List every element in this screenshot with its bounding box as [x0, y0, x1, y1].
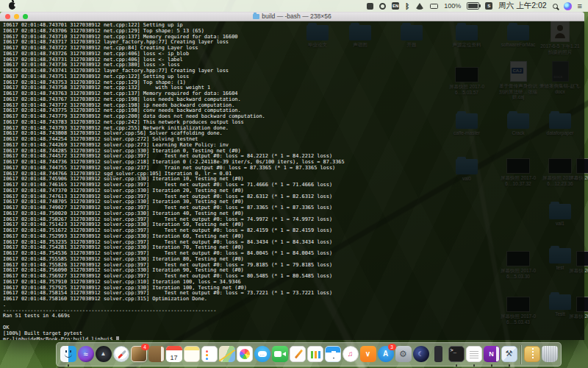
status-icon	[564, 2, 572, 10]
dock-icon-glyph	[148, 346, 165, 362]
status-siri[interactable]	[564, 2, 572, 10]
running-indicator	[456, 364, 458, 367]
dock-icon-contacts[interactable]	[148, 346, 165, 364]
dock-icon-glyph: …	[258, 351, 267, 357]
status-display[interactable]	[430, 4, 438, 9]
dock-icon-eclipse[interactable]: ☾	[412, 346, 430, 364]
window-title: build — -bash — 238×56	[253, 13, 331, 20]
menu-bar-status: EN ᛒ 100% S	[367, 1, 588, 11]
dock-icon-reminders[interactable]	[201, 346, 218, 364]
dock-icon-xcode[interactable]: ⚒	[501, 346, 518, 364]
status-glyph: S	[485, 2, 492, 10]
status-clock[interactable]: 周六 上午2:02	[498, 1, 546, 11]
status-glyph: EN	[392, 2, 399, 10]
status-app-a[interactable]	[367, 3, 373, 10]
dock-icon-unarchiver[interactable]	[523, 346, 541, 364]
dock-icon-glyph: ⚒	[501, 346, 517, 362]
dock-icon-facetime[interactable]	[271, 346, 289, 364]
terminal-output: I0617 02:01:48.743701 3127038912 net.cpp…	[0, 21, 584, 340]
window-title-text: build — -bash — 238×56	[262, 13, 331, 20]
status-bluetooth[interactable]: ᛒ	[405, 2, 409, 10]
dock-icon-trash[interactable]	[541, 346, 559, 364]
dock-icon-itunes[interactable]: ♫	[342, 346, 359, 364]
folder-proxy-icon	[253, 14, 259, 19]
dock-icon-siri[interactable]: ≈	[77, 346, 95, 364]
notification-badge: 3	[388, 344, 396, 350]
dock-icon-glyph: ≈	[78, 346, 94, 362]
dock-icon-glyph	[431, 346, 447, 362]
dock-icon-textedit[interactable]	[465, 346, 483, 364]
dock: ≈ ▲ 4	[56, 342, 562, 367]
dock-icon-glyph	[466, 346, 482, 362]
menu-bar-left	[0, 2, 77, 10]
zoom-button[interactable]	[23, 14, 28, 19]
terminal-log-lines: I0617 02:01:48.743701 3127038912 net.cpp…	[3, 22, 345, 336]
running-indicator	[68, 364, 70, 367]
status-glyph: 100%	[444, 2, 461, 10]
status-input-source[interactable]: EN	[392, 2, 399, 10]
running-indicator	[491, 364, 493, 367]
dock-icon-glyph	[290, 346, 306, 362]
dock-icon-terminal[interactable]: >_	[448, 346, 465, 364]
status-wifi[interactable]	[415, 3, 424, 10]
close-button[interactable]	[5, 14, 10, 19]
dock-icon-glyph: ▲	[96, 346, 112, 362]
notification-badge: 4	[141, 344, 149, 350]
dock-icon-safari[interactable]	[112, 346, 130, 364]
dock-icon-glyph	[524, 346, 540, 362]
window-controls	[5, 14, 28, 19]
dock-icon-glyph	[201, 346, 218, 362]
dock-icon-photos[interactable]	[236, 346, 254, 364]
dock-icon-glyph: ☾	[413, 346, 429, 362]
status-app-b[interactable]	[379, 3, 386, 10]
dock-icon-numbers[interactable]	[306, 346, 324, 364]
dock-icon-notes[interactable]	[183, 346, 201, 364]
terminal-body[interactable]: I0617 02:01:48.743701 3127038912 net.cpp…	[0, 21, 584, 340]
dock-icon-maps[interactable]	[218, 346, 236, 364]
dock-icon-glyph: 17	[166, 346, 182, 366]
dock-icon-glyph	[60, 346, 76, 362]
status-battery[interactable]	[467, 2, 479, 10]
dock-icon-glyph: >_	[448, 346, 465, 362]
shell-prompt: mr-linhuideMacBook-Pro:build linhui$	[3, 336, 116, 340]
dock-icon-keynote[interactable]	[324, 346, 342, 364]
dock-icon-ibooks[interactable]: ∨	[359, 346, 377, 364]
dock-icon-calendar[interactable]: 17	[165, 346, 183, 364]
status-spotlight[interactable]	[553, 4, 558, 9]
menu-bar: EN ᛒ 100% S	[0, 0, 588, 12]
dock-icon-app-store[interactable]: A 3	[377, 346, 395, 364]
status-icon	[367, 3, 373, 10]
terminal-titlebar[interactable]: build — -bash — 238×56	[0, 12, 584, 21]
status-icon	[467, 2, 479, 10]
minimize-button[interactable]	[14, 14, 19, 19]
apple-menu-icon[interactable]	[9, 2, 15, 10]
status-glyph: ᛒ	[405, 2, 409, 10]
dock-icon-pages[interactable]	[289, 346, 306, 364]
dock-icon-glyph	[307, 346, 323, 362]
dock-icon-glyph	[184, 346, 200, 362]
status-notification-center[interactable]: ≡	[578, 1, 582, 10]
status-icon	[379, 3, 386, 10]
status-glyph: ≡	[578, 1, 582, 10]
dock-icon-glyph	[237, 346, 253, 362]
dock-icon-glyph: ⚙	[395, 346, 412, 362]
dock-icon-launchpad[interactable]: ▲	[95, 346, 112, 364]
status-battery-label[interactable]: 100%	[444, 2, 461, 10]
dock-icon-mail[interactable]: 4	[130, 346, 148, 364]
terminal-window: build — -bash — 238×56 I0617 02:01:48.74…	[0, 12, 584, 340]
dock-icon-onenote[interactable]: N	[483, 346, 501, 364]
status-icon	[553, 4, 558, 9]
dock-icon[interactable]	[518, 345, 523, 364]
dock-icon-finder[interactable]	[60, 346, 77, 364]
running-indicator	[473, 364, 476, 367]
dock-icon-glyph: ♫	[343, 346, 359, 362]
desktop-screen: 毕业论文 声谱图 开题 声源定位资料 softwareForMac 2017-6…	[0, 0, 588, 368]
status-icon	[415, 3, 424, 10]
dock-icon-glyph	[542, 346, 558, 362]
dock-icon-messages[interactable]: …	[254, 346, 271, 364]
dock-icon-system-preferences[interactable]: ⚙	[395, 346, 412, 364]
dock-icon-glyph	[325, 346, 341, 362]
status-app-s[interactable]: S	[485, 2, 492, 10]
dock-icon-dark-app[interactable]	[430, 346, 448, 364]
dock-icon-glyph: ∨	[360, 346, 376, 362]
